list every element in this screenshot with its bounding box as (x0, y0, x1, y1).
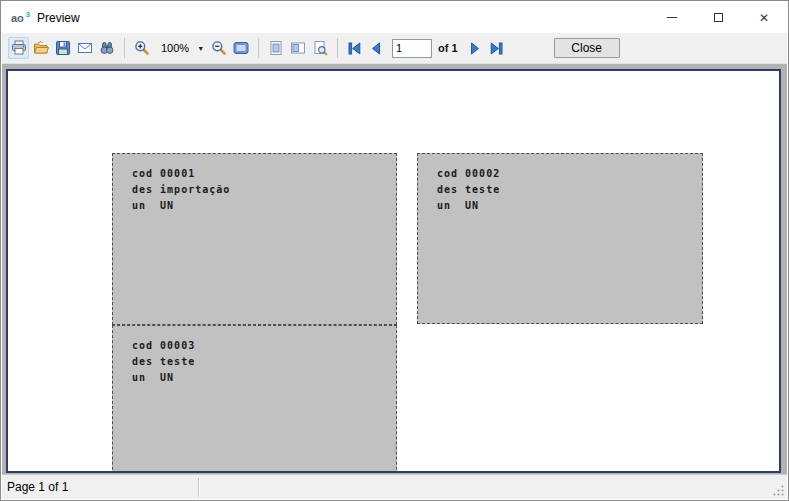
title-bar[interactable]: ao3 Preview ✕ (2, 2, 787, 33)
minimize-icon (667, 17, 677, 18)
zoom-out-icon (210, 39, 228, 57)
whole-page-button[interactable] (230, 37, 251, 59)
last-page-button[interactable] (486, 37, 507, 59)
page-width-button[interactable] (287, 37, 308, 59)
open-folder-icon (32, 39, 50, 57)
label-line: cod 00001 (132, 166, 396, 182)
window-title: Preview (37, 11, 80, 25)
label-line: un UN (132, 370, 396, 386)
close-icon: ✕ (759, 11, 769, 25)
preview-page: cod 00001 des importação un UN cod 00002… (6, 69, 781, 473)
page-width-icon (289, 39, 307, 57)
label-line: des teste (132, 354, 396, 370)
binoculars-icon (98, 39, 116, 57)
label-box-3: cod 00003 des teste un UN (112, 325, 397, 473)
app-icon-sup: 3 (26, 7, 30, 23)
status-page-text: Page 1 of 1 (2, 480, 68, 494)
statusbar-divider (198, 478, 199, 497)
label-box-2: cod 00002 des teste un UN (417, 153, 703, 324)
minimize-button[interactable] (649, 2, 695, 33)
toolbar-separator (124, 38, 125, 58)
maximize-icon (714, 13, 723, 22)
label-line: cod 00002 (437, 166, 702, 182)
print-icon (10, 39, 28, 57)
monitor-icon (232, 39, 250, 57)
chevron-down-icon: ▼ (197, 45, 204, 52)
prev-page-button[interactable] (366, 37, 387, 59)
label-line: un UN (132, 198, 396, 214)
next-page-button[interactable] (464, 37, 485, 59)
toolbar-separator (337, 38, 338, 58)
print-button[interactable] (8, 37, 29, 59)
zoom-level-value: 100% (157, 40, 193, 56)
last-page-icon (488, 40, 505, 57)
close-window-button[interactable]: ✕ (741, 2, 787, 33)
preview-window: ao3 Preview ✕ (0, 0, 789, 501)
detail-page-button[interactable] (265, 37, 286, 59)
label-line: des importação (132, 182, 396, 198)
app-icon: ao3 (11, 10, 30, 26)
zoom-in-button[interactable] (131, 37, 152, 59)
first-page-icon (346, 40, 363, 57)
find-button[interactable] (96, 37, 117, 59)
open-button[interactable] (30, 37, 51, 59)
status-bar: Page 1 of 1 (2, 474, 787, 499)
zoom-out-button[interactable] (208, 37, 229, 59)
label-box-1: cod 00001 des importação un UN (112, 153, 397, 325)
zoom-page-button[interactable] (309, 37, 330, 59)
page-detail-icon (267, 39, 285, 57)
email-button[interactable] (74, 37, 95, 59)
maximize-button[interactable] (695, 2, 741, 33)
resize-grip[interactable] (772, 484, 785, 497)
page-magnifier-icon (311, 39, 329, 57)
window-controls: ✕ (649, 2, 787, 33)
label-line: des teste (437, 182, 702, 198)
label-line: cod 00003 (132, 338, 396, 354)
page-number-input[interactable] (392, 39, 432, 58)
save-icon (54, 39, 72, 57)
email-icon (76, 39, 94, 57)
label-line: un UN (437, 198, 702, 214)
zoom-level-dropdown[interactable]: 100% ▼ (157, 40, 204, 56)
preview-area: cod 00001 des importação un UN cod 00002… (2, 64, 787, 475)
toolbar-separator (258, 38, 259, 58)
page-count-label: of 1 (438, 42, 458, 54)
close-button[interactable]: Close (554, 38, 620, 58)
next-page-icon (466, 40, 483, 57)
zoom-in-icon (133, 39, 151, 57)
app-icon-text: ao (11, 12, 24, 24)
prev-page-icon (368, 40, 385, 57)
toolbar: 100% ▼ (2, 33, 787, 64)
first-page-button[interactable] (344, 37, 365, 59)
save-button[interactable] (52, 37, 73, 59)
